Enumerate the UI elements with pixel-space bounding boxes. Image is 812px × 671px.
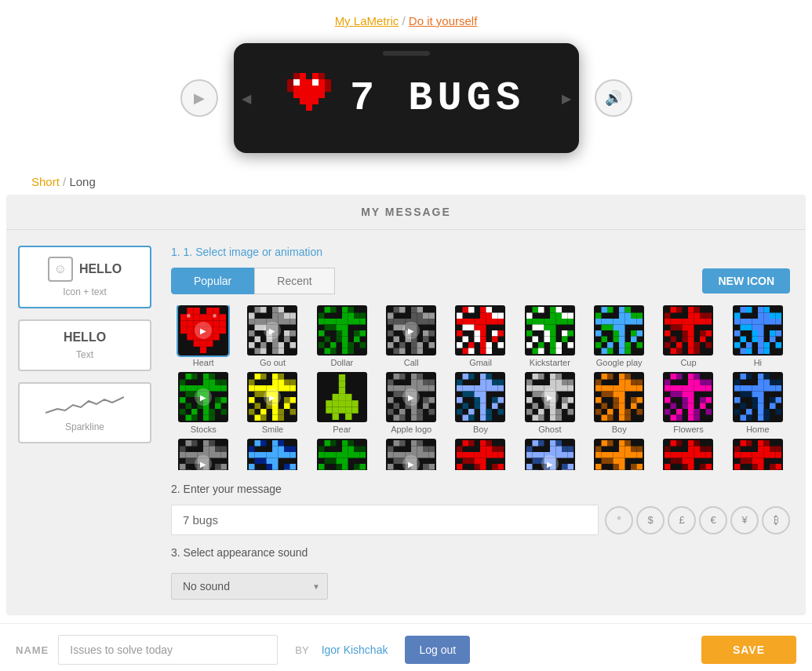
svg-rect-722 <box>758 409 764 415</box>
svg-rect-400 <box>180 385 186 392</box>
short-link[interactable]: Short <box>31 175 60 188</box>
icon-item-2[interactable]: Dollar <box>310 305 374 367</box>
icon-item-4[interactable]: Gmail <box>448 305 512 367</box>
tab-popular[interactable]: Popular <box>171 268 254 294</box>
svg-rect-896 <box>486 447 493 453</box>
app-name-input[interactable] <box>58 635 278 665</box>
icon-item-5[interactable]: Kickstarter <box>518 305 582 367</box>
svg-rect-159 <box>429 313 435 319</box>
icon-item-20[interactable] <box>310 439 374 470</box>
device-nav-left-icon[interactable]: ◀ <box>242 91 251 106</box>
svg-rect-781 <box>260 452 267 458</box>
currency-btn-₿[interactable]: ₿ <box>762 506 790 534</box>
currency-btn-$[interactable]: $ <box>636 506 665 534</box>
icon-item-19[interactable] <box>240 439 304 470</box>
icon-item-17[interactable]: Home <box>726 372 790 434</box>
icon-item-8[interactable]: Hi <box>726 305 790 367</box>
icon-item-18[interactable]: ▶ <box>171 439 235 470</box>
svg-rect-92 <box>249 330 255 337</box>
my-lametric-link[interactable]: My LaMetric <box>335 14 399 27</box>
svg-rect-829 <box>336 458 342 465</box>
type-icon-text[interactable]: ☺ HELLO Icon + text <box>18 246 151 308</box>
icon-thumb-22 <box>455 439 505 470</box>
play-overlay-12: ▶ <box>402 388 420 406</box>
sound-button[interactable]: 🔊 <box>595 79 632 117</box>
svg-rect-997 <box>614 470 620 471</box>
play-button[interactable]: ▶ <box>180 79 218 117</box>
icon-item-7[interactable]: Cup <box>656 305 720 367</box>
svg-rect-634 <box>631 397 637 403</box>
icon-item-24[interactable] <box>587 439 651 470</box>
svg-rect-251 <box>550 325 556 331</box>
svg-rect-345 <box>706 342 712 348</box>
icon-item-0[interactable]: ▶Heart <box>171 305 235 367</box>
svg-rect-789 <box>267 458 273 465</box>
svg-rect-658 <box>706 380 712 386</box>
svg-rect-913 <box>480 464 486 470</box>
long-link[interactable]: Long <box>69 175 95 188</box>
sound-select[interactable]: No soundShort sound 1Short sound 2Long s… <box>171 573 328 600</box>
svg-rect-990 <box>619 458 625 465</box>
svg-rect-619 <box>595 385 602 392</box>
svg-rect-50 <box>213 321 220 327</box>
icon-item-12[interactable]: ▶Apple logo <box>379 372 443 434</box>
svg-rect-359 <box>775 313 781 319</box>
svg-rect-1017 <box>700 447 706 453</box>
svg-rect-1 <box>300 73 306 79</box>
icon-item-3[interactable]: ▶Call <box>379 305 443 367</box>
svg-rect-733 <box>209 440 216 447</box>
currency-btn-¥[interactable]: ¥ <box>730 506 759 534</box>
svg-rect-855 <box>411 447 417 453</box>
svg-rect-181 <box>388 342 394 348</box>
icon-item-15[interactable]: Boy <box>587 372 651 434</box>
logout-button[interactable]: Log out <box>405 636 470 664</box>
svg-rect-37 <box>213 308 220 314</box>
icon-item-6[interactable]: Google play <box>587 305 651 367</box>
icon-item-13[interactable]: Boy <box>448 372 512 434</box>
svg-rect-78 <box>284 313 290 319</box>
svg-rect-415 <box>215 397 221 403</box>
save-button[interactable]: SAVE <box>701 636 796 664</box>
currency-btn-€[interactable]: € <box>699 506 727 534</box>
icon-item-10[interactable]: ▶Smile <box>240 372 304 434</box>
svg-rect-772 <box>272 440 279 447</box>
type-text[interactable]: HELLO Text <box>18 319 151 371</box>
svg-rect-837 <box>336 470 342 471</box>
icon-item-26[interactable] <box>726 439 790 470</box>
svg-rect-165 <box>417 319 424 325</box>
svg-rect-667 <box>671 392 677 398</box>
tab-recent[interactable]: Recent <box>254 268 334 294</box>
svg-rect-814 <box>319 447 325 453</box>
new-icon-button[interactable]: NEW ICON <box>702 268 790 294</box>
icon-item-9[interactable]: ▶Stocks <box>171 372 235 434</box>
icon-item-22[interactable] <box>448 439 512 470</box>
svg-rect-912 <box>475 464 481 470</box>
icon-item-21[interactable]: ▶ <box>379 439 443 470</box>
icon-item-11[interactable]: Pear <box>310 372 374 434</box>
device-nav-right-icon[interactable]: ▶ <box>562 91 571 106</box>
type-sparkline[interactable]: Sparkline <box>18 382 151 443</box>
svg-rect-382 <box>746 342 752 348</box>
svg-rect-35 <box>194 308 200 314</box>
icon-thumb-24 <box>594 439 644 470</box>
icon-item-14[interactable]: ▶Ghost <box>518 372 582 434</box>
icon-item-16[interactable]: Flowers <box>656 372 720 434</box>
svg-rect-556 <box>463 403 469 410</box>
svg-rect-718 <box>758 403 764 410</box>
icon-item-23[interactable]: ▶ <box>518 439 582 470</box>
svg-rect-436 <box>272 380 279 386</box>
message-input[interactable] <box>171 505 599 535</box>
svg-rect-915 <box>498 464 504 470</box>
svg-rect-131 <box>342 325 348 331</box>
diy-link[interactable]: Do it yourself <box>409 14 478 27</box>
icon-item-25[interactable] <box>656 439 720 470</box>
svg-rect-811 <box>330 440 337 447</box>
svg-rect-635 <box>637 397 643 403</box>
currency-btn-°[interactable]: ° <box>605 506 633 534</box>
currency-btn-£[interactable]: £ <box>668 506 696 534</box>
svg-rect-1036 <box>671 470 677 471</box>
svg-rect-834 <box>354 464 360 470</box>
svg-rect-196 <box>480 313 486 319</box>
icon-item-1[interactable]: ▶Go out <box>240 305 304 367</box>
svg-rect-1053 <box>763 440 770 447</box>
